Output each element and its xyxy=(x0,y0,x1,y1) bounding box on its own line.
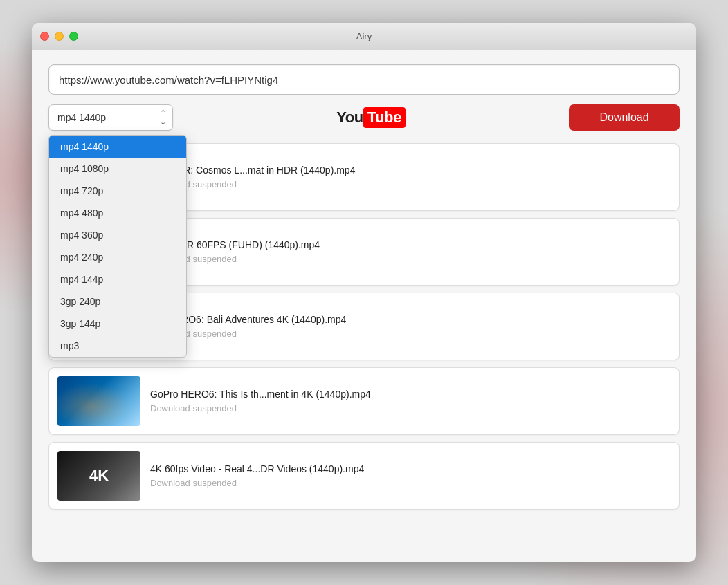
item-info-4k60: 4K 60fps Video - Real 4...DR Videos (144… xyxy=(150,463,671,488)
dropdown-item-mp3[interactable]: mp3 xyxy=(49,335,186,357)
download-button[interactable]: Download xyxy=(569,104,680,131)
dropdown-item-mp4-144p[interactable]: mp4 144p xyxy=(49,268,186,290)
dropdown-item-mp4-1080p[interactable]: mp4 1080p xyxy=(49,158,186,180)
item-status-gopro: Download suspended xyxy=(150,403,671,414)
close-button[interactable] xyxy=(40,32,49,41)
yt-logo-container: YouTube xyxy=(336,107,405,128)
item-status-bali: Download suspended xyxy=(150,328,671,339)
window-title: Airy xyxy=(356,31,372,41)
controls-row: mp4 1440pmp4 1080pmp4 720pmp4 480pmp4 36… xyxy=(48,104,680,131)
format-select[interactable]: mp4 1440pmp4 1080pmp4 720pmp4 480pmp4 36… xyxy=(48,104,173,131)
dropdown-item-mp4-240p[interactable]: mp4 240p xyxy=(49,246,186,268)
maximize-button[interactable] xyxy=(69,32,78,41)
dropdown-item-mp4-720p[interactable]: mp4 720p xyxy=(49,180,186,202)
item-status-4k60: Download suspended xyxy=(150,478,671,488)
thumbnail-gopro xyxy=(57,376,140,426)
main-content: mp4 1440pmp4 1080pmp4 720pmp4 480pmp4 36… xyxy=(32,50,696,523)
item-title-4k60: 4K 60fps Video - Real 4...DR Videos (144… xyxy=(150,463,671,474)
item-title-gopro: GoPro HERO6: This Is th...ment in 4K (14… xyxy=(150,389,671,400)
item-title-bali: Pro HERO6: Bali Adventures 4K (1440p).mp… xyxy=(150,314,671,325)
download-item-gopro: GoPro HERO6: This Is th...ment in 4K (14… xyxy=(48,367,680,435)
item-status-cosmos: Download suspended xyxy=(150,179,671,189)
main-window: Airy mp4 1440pmp4 1080pmp4 720pmp4 480pm… xyxy=(32,23,696,562)
item-info-cosmos: l 4K HDR: Cosmos L...mat in HDR (1440p).… xyxy=(150,165,671,189)
url-input[interactable] xyxy=(48,64,680,95)
item-status-planet: Download suspended xyxy=(150,254,671,264)
dropdown-item-mp4-360p[interactable]: mp4 360p xyxy=(49,224,186,246)
item-info-planet: u 8K HDR 60FPS (FUHD) (1440p).mp4 Downlo… xyxy=(150,239,671,264)
item-info-bali: Pro HERO6: Bali Adventures 4K (1440p).mp… xyxy=(150,314,671,339)
dropdown-item-mp4-1440p[interactable]: mp4 1440p xyxy=(49,136,186,158)
traffic-lights xyxy=(40,32,78,41)
dropdown-item-mp4-480p[interactable]: mp4 480p xyxy=(49,202,186,224)
dropdown-item-3gp-240p[interactable]: 3gp 240p xyxy=(49,290,186,313)
item-title-cosmos: l 4K HDR: Cosmos L...mat in HDR (1440p).… xyxy=(150,165,671,176)
item-title-planet: u 8K HDR 60FPS (FUHD) (1440p).mp4 xyxy=(150,239,671,250)
minimize-button[interactable] xyxy=(55,32,64,41)
yt-tube-text: Tube xyxy=(363,107,406,128)
download-item-4k60: 4K 60fps Video - Real 4...DR Videos (144… xyxy=(48,442,680,510)
yt-you-text: You xyxy=(336,109,363,127)
format-dropdown-menu: mp4 1440p mp4 1080p mp4 720p mp4 480p mp… xyxy=(48,135,187,358)
thumbnail-4k60 xyxy=(57,451,140,501)
format-selector-wrapper: mp4 1440pmp4 1080pmp4 720pmp4 480pmp4 36… xyxy=(48,104,173,131)
titlebar: Airy xyxy=(32,23,696,50)
youtube-logo: YouTube xyxy=(184,107,558,128)
item-info-gopro: GoPro HERO6: This Is th...ment in 4K (14… xyxy=(150,389,671,414)
dropdown-item-3gp-144p[interactable]: 3gp 144p xyxy=(49,313,186,335)
